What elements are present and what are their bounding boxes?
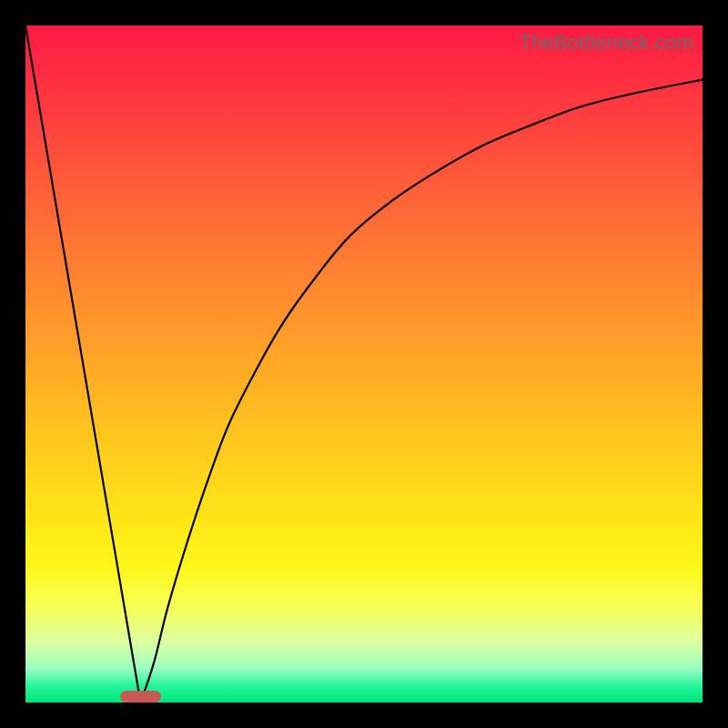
gradient-background xyxy=(25,25,703,703)
plot-area: TheBottleneck.com xyxy=(25,25,703,703)
chart-frame: TheBottleneck.com xyxy=(0,0,728,728)
watermark-text: TheBottleneck.com xyxy=(519,31,693,55)
chart-svg xyxy=(25,25,703,703)
minimum-marker xyxy=(120,691,161,703)
